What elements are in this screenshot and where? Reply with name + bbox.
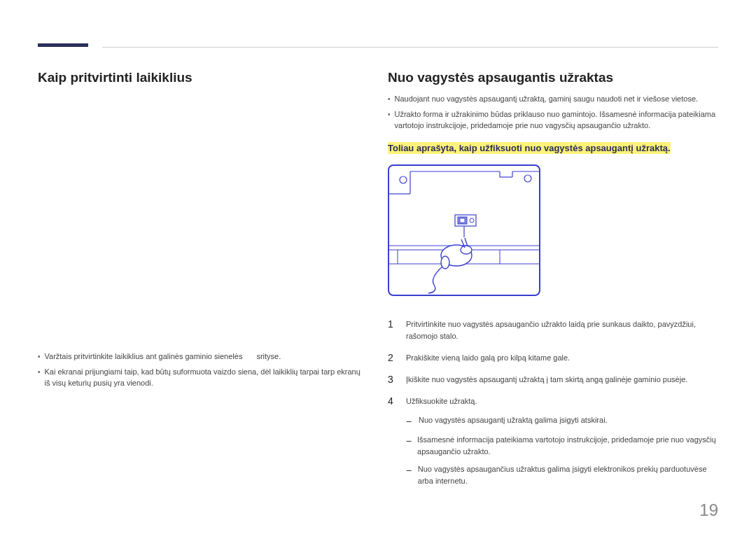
- step-1: 1 Pritvirtinkite nuo vagystės apsauganči…: [388, 318, 718, 342]
- page-header: [38, 43, 718, 47]
- bullet-text: Varžtais pritvirtinkite laikiklius ant g…: [45, 351, 367, 363]
- step-text: Pritvirtinkite nuo vagystės apsaugančio …: [406, 318, 718, 342]
- bullet-text: Naudojant nuo vagystės apsaugantį užrakt…: [395, 94, 718, 105]
- left-bullet-list: • Varžtais pritvirtinkite laikiklius ant…: [38, 351, 367, 389]
- highlighted-instruction: Toliau aprašyta, kaip užfiksuoti nuo vag…: [388, 143, 718, 153]
- left-bullet-2: • Kai ekranai prijungiami taip, kad būtų…: [38, 367, 367, 389]
- sub-note-1: ‒ Nuo vagystės apsaugantį užraktą galima…: [406, 414, 718, 428]
- step-number: 2: [388, 352, 396, 364]
- step-4: 4 Užfiksuokite užraktą. ‒ Nuo vagystės a…: [388, 395, 718, 493]
- step-number: 4: [388, 395, 396, 493]
- svg-point-17: [470, 218, 474, 223]
- svg-line-21: [465, 238, 468, 246]
- left-column: Kaip pritvirtinti laikiklius • Varžtais …: [38, 70, 367, 497]
- content-columns: Kaip pritvirtinti laikiklius • Varžtais …: [38, 70, 718, 497]
- svg-point-20: [461, 246, 472, 254]
- step-text: Įkiškite nuo vagystės apsaugantį užraktą…: [406, 374, 718, 386]
- bullet-icon: •: [388, 109, 391, 132]
- right-column: Nuo vagystės apsaugantis užraktas • Naud…: [388, 70, 718, 497]
- sub-note-text: Nuo vagystės apsaugančius užraktus galim…: [418, 463, 718, 487]
- bullet-icon: •: [388, 94, 391, 105]
- step-number: 3: [388, 374, 396, 386]
- svg-point-12: [400, 176, 407, 183]
- dash-icon: ‒: [406, 463, 412, 487]
- bullet-icon: •: [38, 351, 41, 363]
- bullet-text: Kai ekranai prijungiami taip, kad būtų s…: [45, 367, 367, 389]
- header-accent-bar: [38, 43, 88, 47]
- right-bullet-list: • Naudojant nuo vagystės apsaugantį užra…: [388, 94, 718, 132]
- header-divider: [102, 47, 718, 48]
- sub-note-text: Nuo vagystės apsaugantį užraktą galima į…: [419, 414, 608, 428]
- svg-point-13: [524, 175, 531, 182]
- lock-diagram-svg: [389, 166, 539, 295]
- svg-rect-16: [460, 218, 465, 223]
- left-heading: Kaip pritvirtinti laikiklius: [38, 70, 367, 85]
- step-text: Užfiksuokite užraktą. ‒ Nuo vagystės aps…: [406, 395, 718, 493]
- step-2: 2 Prakiškite vieną laido galą pro kilpą …: [388, 352, 718, 364]
- left-bullet-1: • Varžtais pritvirtinkite laikiklius ant…: [38, 351, 367, 363]
- dash-icon: ‒: [406, 414, 413, 428]
- steps-list: 1 Pritvirtinkite nuo vagystės apsauganči…: [388, 318, 718, 493]
- sub-note-3: ‒ Nuo vagystės apsaugančius užraktus gal…: [406, 463, 718, 487]
- step-number: 1: [388, 318, 396, 342]
- right-bullet-2: • Užrakto forma ir užrakinimo būdas prik…: [388, 109, 718, 132]
- sub-note-text: Išsamesnė informacija pateikiama vartoto…: [417, 434, 718, 458]
- bullet-icon: •: [38, 367, 41, 389]
- right-heading: Nuo vagystės apsaugantis užraktas: [388, 70, 718, 85]
- lock-diagram: [388, 164, 540, 296]
- sub-note-2: ‒ Išsamesnė informacija pateikiama varto…: [406, 434, 718, 458]
- step-text: Prakiškite vieną laido galą pro kilpą ki…: [406, 352, 718, 364]
- right-bullet-1: • Naudojant nuo vagystės apsaugantį užra…: [388, 94, 718, 105]
- dash-icon: ‒: [406, 434, 412, 458]
- bullet-text: Užrakto forma ir užrakinimo būdas prikla…: [395, 109, 718, 132]
- step-3: 3 Įkiškite nuo vagystės apsaugantį užrak…: [388, 374, 718, 386]
- sub-note-list: ‒ Nuo vagystės apsaugantį užraktą galima…: [406, 414, 718, 487]
- page-number: 19: [699, 500, 718, 520]
